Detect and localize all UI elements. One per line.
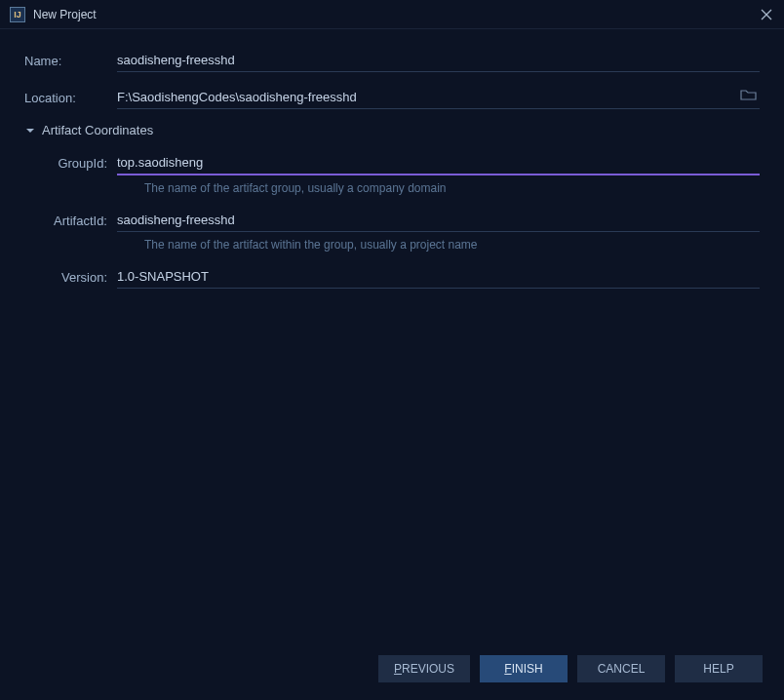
chevron-down-icon <box>24 125 36 136</box>
cancel-button[interactable]: CANCEL <box>577 655 665 682</box>
artifactid-row: ArtifactId: <box>52 209 760 232</box>
artifactid-input[interactable] <box>117 209 760 231</box>
groupid-hint: The name of the artifact group, usually … <box>144 181 447 195</box>
name-row: Name: <box>24 49 760 72</box>
location-label: Location: <box>24 91 117 105</box>
artifact-section: GroupId: The name of the artifact group,… <box>24 151 760 289</box>
location-input[interactable] <box>117 86 760 108</box>
button-bar: PREVIOUS FINISH CANCEL HELP <box>378 655 763 682</box>
version-input[interactable] <box>117 265 760 288</box>
window-title: New Project <box>33 8 759 21</box>
groupid-hint-row: The name of the artifact group, usually … <box>52 181 760 195</box>
version-row: Version: <box>52 265 760 289</box>
location-row: Location: <box>24 86 760 109</box>
previous-button[interactable]: PREVIOUS <box>378 655 470 682</box>
browse-folder-icon[interactable] <box>740 88 758 101</box>
close-icon[interactable] <box>759 7 774 22</box>
version-label: Version: <box>52 270 117 285</box>
artifact-section-title: Artifact Coordinates <box>42 123 153 137</box>
help-button[interactable]: HELP <box>675 655 763 682</box>
name-input-wrap[interactable] <box>117 49 760 72</box>
artifactid-hint-row: The name of the artifact within the grou… <box>52 238 760 252</box>
groupid-row: GroupId: <box>52 151 760 175</box>
titlebar: IJ New Project <box>0 0 784 29</box>
finish-button[interactable]: FINISH <box>480 655 568 682</box>
app-icon: IJ <box>10 7 25 22</box>
location-input-wrap[interactable] <box>117 86 760 109</box>
version-input-wrap[interactable] <box>117 265 760 289</box>
name-input[interactable] <box>117 49 760 71</box>
artifact-coordinates-toggle[interactable]: Artifact Coordinates <box>24 123 760 137</box>
groupid-label: GroupId: <box>52 156 117 171</box>
dialog-content: Name: Location: Artifact Coordinates Gro… <box>0 29 784 289</box>
artifactid-input-wrap[interactable] <box>117 209 760 232</box>
groupid-input[interactable] <box>117 151 760 174</box>
artifactid-hint: The name of the artifact within the grou… <box>144 238 478 252</box>
groupid-input-wrap[interactable] <box>117 151 760 175</box>
artifactid-label: ArtifactId: <box>52 214 117 228</box>
name-label: Name: <box>24 54 117 68</box>
